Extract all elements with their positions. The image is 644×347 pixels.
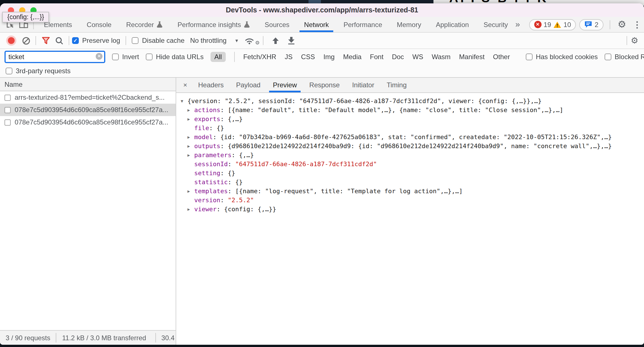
close-detail-icon[interactable]: ×: [178, 81, 192, 89]
disclosure-triangle-icon[interactable]: ▼: [181, 98, 187, 103]
preview-text: :: [220, 196, 228, 204]
record-network-log-button[interactable]: [8, 37, 15, 44]
preview-line: setting: {}: [176, 168, 644, 177]
devtools-window: DevTools - www.shapediver.com/app/m/arrs…: [0, 3, 644, 345]
tab-memory[interactable]: Memory: [390, 17, 429, 32]
detail-tab-initiator[interactable]: Initiator: [346, 78, 381, 92]
name-column-header[interactable]: Name: [0, 78, 176, 91]
preview-text: file: [194, 124, 209, 132]
error-count: 19: [544, 21, 551, 28]
errors-warnings-badge[interactable]: ✕ 19 10: [529, 19, 576, 30]
preview-line: ▶templates: [{name: "log-request", title…: [176, 186, 644, 195]
preview-text: templates: [194, 187, 228, 195]
screen: APPS B l l K DevTools - www.shapediver.c…: [0, 0, 644, 347]
preview-line: ▶actions: [{name: "default", title: "Def…: [176, 105, 644, 114]
divider: [56, 333, 57, 342]
main-tabs: ElementsConsoleRecorderPerformance insig…: [37, 17, 515, 32]
request-row[interactable]: 078e7c5d903954d6c609ca85ce98f16ce955cf27…: [0, 104, 176, 116]
tab-label: Memory: [397, 21, 421, 28]
issues-badge[interactable]: 2: [580, 19, 603, 30]
throttling-dropdown[interactable]: No throttling ▼: [190, 37, 239, 45]
invert-checkbox[interactable]: [112, 54, 119, 60]
disable-cache-control: Disable cache: [132, 37, 185, 45]
detail-tab-payload[interactable]: Payload: [230, 78, 267, 92]
clear-network-log-icon[interactable]: [19, 36, 33, 45]
requests-count: 3 / 90 requests: [6, 334, 50, 342]
clear-filter-icon[interactable]: ✕: [96, 53, 102, 60]
tab-performance-insights[interactable]: Performance insights: [170, 17, 257, 32]
request-detail-panel: × HeadersPayloadPreviewResponseInitiator…: [176, 78, 644, 345]
more-options-icon[interactable]: ⋮: [633, 19, 641, 30]
filter-type-doc[interactable]: Doc: [392, 53, 404, 61]
request-row[interactable]: arrs-texturized-81?embed=ticket%2Cbacken…: [0, 91, 176, 104]
filter-type-all[interactable]: All: [210, 52, 226, 62]
tab-label: Performance: [343, 21, 382, 28]
preview-text: statistic: [194, 178, 228, 186]
disclosure-triangle-icon[interactable]: ▶: [187, 206, 194, 212]
disclosure-triangle-icon[interactable]: ▶: [187, 152, 194, 157]
filter-type-wasm[interactable]: Wasm: [432, 53, 451, 61]
detail-tab-response[interactable]: Response: [303, 78, 346, 92]
filter-type-img[interactable]: Img: [323, 53, 335, 61]
tab-application[interactable]: Application: [428, 17, 476, 32]
export-har-icon[interactable]: [285, 37, 298, 45]
tab-label: Application: [436, 21, 469, 28]
tab-label: Console: [87, 21, 111, 28]
error-icon: ✕: [534, 21, 541, 28]
third-party-checkbox[interactable]: [6, 68, 12, 74]
request-checkbox[interactable]: [5, 119, 11, 125]
filter-type-manifest[interactable]: Manifest: [459, 53, 485, 61]
tab-performance[interactable]: Performance: [336, 17, 389, 32]
request-checkbox[interactable]: [5, 94, 11, 101]
settings-gear-icon[interactable]: ⚙: [618, 19, 626, 30]
request-name: 078e7c5d903954d6c609ca85ce98f16ce955cf27…: [15, 118, 168, 126]
disclosure-triangle-icon[interactable]: ▶: [187, 116, 194, 121]
filter-type-js[interactable]: JS: [285, 53, 293, 61]
filter-funnel-icon[interactable]: [39, 37, 52, 45]
disclosure-triangle-icon[interactable]: ▶: [187, 143, 194, 148]
import-har-icon[interactable]: [269, 37, 282, 44]
divider: [263, 36, 264, 45]
disclosure-triangle-icon[interactable]: ▶: [187, 134, 194, 139]
preview-text: : {config: {,…}}: [217, 205, 276, 213]
divider: [155, 333, 156, 342]
preview-line: ▶exports: {,…}: [176, 114, 644, 123]
main-tab-bar: ElementsConsoleRecorderPerformance insig…: [0, 17, 644, 33]
disclosure-triangle-icon[interactable]: ▶: [187, 188, 194, 193]
has-blocked-cookies-control: Has blocked cookies: [526, 53, 598, 61]
filter-type-media[interactable]: Media: [343, 53, 361, 61]
network-settings-gear-icon[interactable]: ⚙: [631, 35, 638, 46]
detail-tab-timing[interactable]: Timing: [381, 78, 413, 92]
filter-type-css[interactable]: CSS: [301, 53, 315, 61]
titlebar[interactable]: DevTools - www.shapediver.com/app/m/arrs…: [0, 3, 644, 17]
blocked-requests-checkbox[interactable]: [605, 54, 611, 60]
tab-network[interactable]: Network: [297, 17, 336, 32]
request-checkbox[interactable]: [5, 107, 11, 113]
has-blocked-cookies-checkbox[interactable]: [526, 54, 533, 60]
request-row[interactable]: 078e7c5d903954d6c609ca85ce98f16ce955cf27…: [0, 116, 176, 128]
more-tabs-button[interactable]: »: [515, 19, 520, 29]
filter-type-fetch-xhr[interactable]: Fetch/XHR: [243, 53, 276, 61]
filter-type-font[interactable]: Font: [370, 53, 383, 61]
preview-text: outputs: [194, 142, 220, 150]
warning-count: 10: [564, 21, 571, 28]
window-title: DevTools - www.shapediver.com/app/m/arrs…: [226, 6, 418, 14]
filter-type-ws[interactable]: WS: [412, 53, 423, 61]
preserve-log-checkbox[interactable]: ✓: [72, 37, 79, 44]
detail-tab-headers[interactable]: Headers: [192, 78, 230, 92]
hide-data-urls-checkbox[interactable]: [146, 54, 153, 60]
flask-icon: [244, 21, 250, 28]
tab-recorder[interactable]: Recorder: [119, 17, 170, 32]
filter-input[interactable]: [5, 51, 105, 63]
detail-tab-preview[interactable]: Preview: [267, 78, 303, 92]
disable-cache-checkbox[interactable]: [132, 37, 139, 44]
filter-type-other[interactable]: Other: [493, 53, 510, 61]
tab-console[interactable]: Console: [79, 17, 119, 32]
third-party-label: 3rd-party requests: [16, 67, 71, 75]
third-party-row: 3rd-party requests: [0, 65, 644, 78]
tab-sources[interactable]: Sources: [257, 17, 297, 32]
tab-security[interactable]: Security: [476, 17, 515, 32]
disclosure-triangle-icon[interactable]: ▶: [187, 107, 194, 112]
network-conditions-icon[interactable]: ⚙: [242, 37, 258, 45]
search-icon[interactable]: [52, 36, 66, 45]
